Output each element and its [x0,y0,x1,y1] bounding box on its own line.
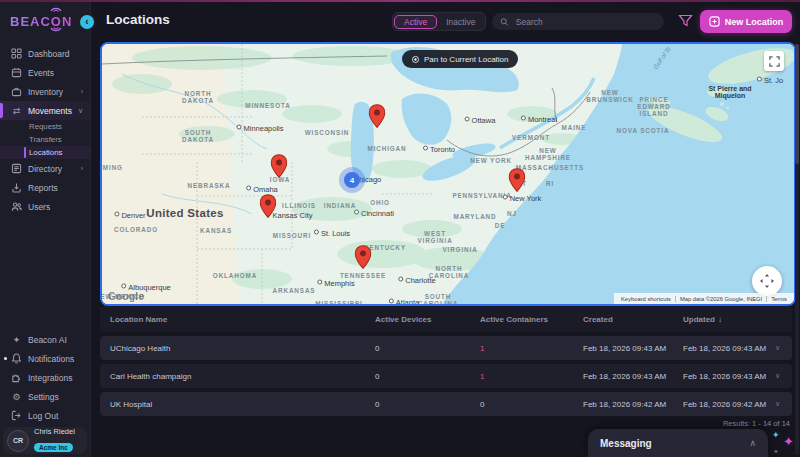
search-input[interactable] [514,16,656,28]
sidebar-item-reports[interactable]: Reports [0,178,90,197]
sidebar-item-label: Directory [28,164,62,174]
table-row[interactable]: UK Hospital00Feb 18, 2026 09:42 AMFeb 18… [100,392,792,416]
col-updated[interactable]: Updated↓ [683,315,775,324]
map-label-state: MISSOURI [273,232,311,239]
avatar: CR [7,430,29,452]
bell-icon [11,353,22,364]
cell-active-devices: 0 [375,400,480,409]
pan-control-button[interactable] [752,266,782,296]
row-expand-icon[interactable]: ∨ [775,400,792,408]
page-scrollbar[interactable] [795,44,799,455]
sidebar-item-dashboard[interactable]: Dashboard [0,44,90,63]
top-accent-line [0,0,800,2]
sidebar-item-events[interactable]: Events [0,63,90,82]
user-card[interactable]: CR Chris Riedel Acme Inc [3,427,87,454]
sidebar-item-label: Inventory [28,87,63,97]
sidebar-subitem-transfers[interactable]: Transfers [0,133,90,146]
ai-assistant-button[interactable]: ✦ ✦ ✦ [770,430,796,456]
scrollbar-thumb[interactable] [795,44,799,164]
pan-to-current-location-button[interactable]: Pan to Current Location [402,50,518,68]
fullscreen-button[interactable] [764,51,784,71]
filter-funnel-icon[interactable] [678,14,693,28]
map-label-state: WEST VIRGINIA [417,230,452,244]
sidebar-item-settings[interactable]: ⚙ Settings [0,387,90,406]
users-icon [11,201,22,212]
map-marker-pin[interactable] [271,154,288,182]
row-expand-icon[interactable]: ∨ [775,344,792,352]
logo-signal-bottom-icon [49,27,63,33]
sidebar-subitem-requests[interactable]: Requests [0,120,90,133]
keyboard-shortcuts-link[interactable]: Keyboard shortcuts [617,296,675,302]
table-row[interactable]: UChicago Health01Feb 18, 2026 09:43 AMFe… [100,336,792,360]
map-label-country: United States [146,207,223,219]
plus-square-icon [709,16,720,27]
sidebar-collapse-button[interactable]: ‹ [80,15,94,29]
map-label-state: MINNESOTA [245,102,290,109]
map-label-state: NEW HAMPSHIRE [525,147,571,161]
sidebar-item-inventory[interactable]: Inventory › [0,82,90,101]
map-marker-pin[interactable] [355,245,372,273]
cell-updated: Feb 18, 2026 09:43 AM [683,372,775,381]
cell-created: Feb 18, 2026 09:42 AM [583,400,683,409]
map-marker-pin[interactable] [369,104,386,132]
cell-created: Feb 18, 2026 09:43 AM [583,372,683,381]
filter-inactive-button[interactable]: Inactive [437,16,484,28]
sidebar-nav: Dashboard Events Inventory › ⇄ Movements… [0,44,90,216]
sparkle-icon: ✦ [773,448,779,456]
map-label-city: Omaha [246,185,278,194]
map-label-state: ILLINOIS [282,202,316,209]
map-marker-pin[interactable] [260,194,277,222]
map-cluster[interactable]: 4 [339,167,365,193]
list-icon [11,163,22,174]
map-marker-pin[interactable] [509,168,526,196]
app-window: BEACON ‹ Dashboard Events Inventory › ⇄ … [0,0,800,457]
col-active-devices: Active Devices [375,315,480,324]
sidebar-footer-nav: ✦ Beacon AI Notifications Integrations ⚙… [0,330,90,425]
row-expand-icon[interactable]: ∨ [775,372,792,380]
map-label-state: NOVA SCOTIA [617,127,670,134]
filter-active-button[interactable]: Active [394,15,437,29]
map-label-state: SOUTH DAKOTA [182,129,214,143]
chevron-right-icon: › [81,165,83,172]
notification-dot [4,357,7,360]
map-label-city: Cincinnati [354,209,394,218]
sidebar-item-label: Log Out [28,411,58,421]
user-name: Chris Riedel [34,427,75,436]
sparkle-icon: ✦ [11,334,22,345]
puzzle-icon [11,372,22,383]
map-data-label: Map data ©2026 Google, INEGI [675,296,766,302]
new-location-button[interactable]: New Location [700,10,792,33]
sparkle-icon: ✦ [783,434,794,449]
map-label-city: Charlotte [398,276,435,285]
pan-button-label: Pan to Current Location [424,55,509,64]
sidebar-item-label: Reports [28,183,58,193]
map-label-city: Toronto [423,145,455,154]
col-active-containers: Active Containers [480,315,583,324]
status-filter-toggle: Active Inactive [392,12,486,31]
cell-active-containers: 0 [480,400,583,409]
chevron-left-icon: ‹ [85,16,88,27]
cell-active-containers: 1 [480,372,583,381]
messaging-panel[interactable]: Messaging ∧ [588,429,768,457]
cell-active-containers: 1 [480,344,583,353]
table-row[interactable]: Carl Health champaign01Feb 18, 2026 09:4… [100,364,792,388]
sidebar-item-notifications[interactable]: Notifications [0,349,90,368]
sidebar-item-beacon-ai[interactable]: ✦ Beacon AI [0,330,90,349]
calendar-icon [11,67,22,78]
org-badge: Acme Inc [34,443,73,452]
sort-desc-icon: ↓ [718,315,722,324]
sidebar-item-integrations[interactable]: Integrations [0,368,90,387]
cell-active-devices: 0 [375,372,480,381]
fullscreen-icon [769,56,780,67]
sidebar-item-directory[interactable]: Directory › [0,159,90,178]
sidebar-item-movements[interactable]: ⇄ Movements ∨ [0,101,90,120]
logo-signal-top-icon [49,6,63,12]
map-label-city: Ottawa [465,116,496,125]
terms-link[interactable]: Terms [766,296,791,302]
cell-location-name: UK Hospital [110,400,375,409]
col-created: Created [583,315,683,324]
sidebar-subitem-locations[interactable]: Locations [0,146,90,159]
sidebar-item-users[interactable]: Users [0,197,90,216]
sidebar-item-logout[interactable]: Log Out [0,406,90,425]
map-canvas[interactable]: NORTH DAKOTASOUTH DAKOTAMINNESOTAWISCONS… [100,42,796,306]
